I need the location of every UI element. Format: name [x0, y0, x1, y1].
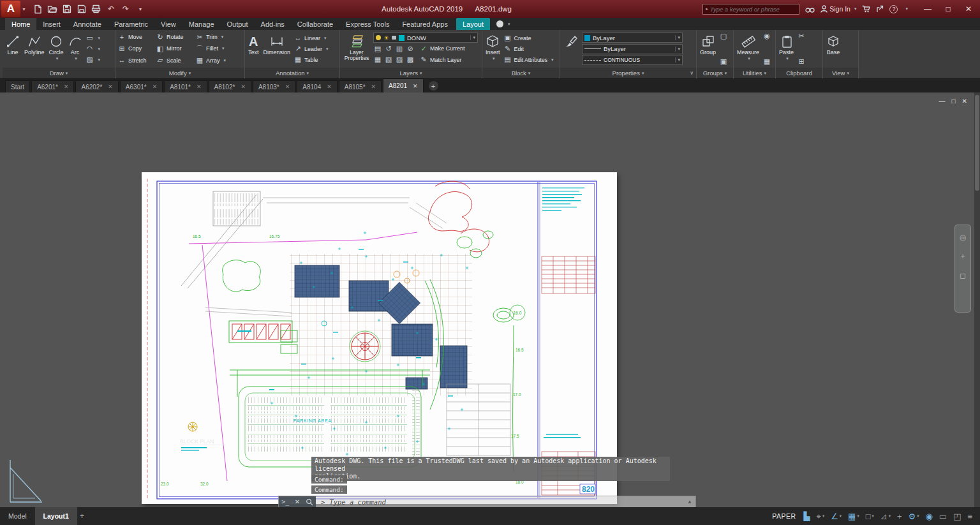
- tab-addins[interactable]: Add-ins: [255, 18, 291, 30]
- insert-button[interactable]: Insert ▾: [484, 31, 501, 66]
- arc-button[interactable]: Arc ▾: [67, 31, 84, 66]
- file-tab[interactable]: A8102*✕: [209, 80, 251, 92]
- view-panel-label[interactable]: View▾: [823, 68, 858, 78]
- undo-icon[interactable]: ↶: [106, 4, 116, 14]
- id-point-icon[interactable]: ◉: [762, 33, 771, 40]
- layer-unlock-icon[interactable]: ▨: [395, 56, 404, 63]
- file-tab-start[interactable]: Start: [5, 80, 30, 92]
- help-search-box[interactable]: ▸: [702, 4, 799, 15]
- file-tab[interactable]: A8104✕: [297, 80, 337, 92]
- close-tab-icon[interactable]: ✕: [108, 84, 113, 90]
- customize-command-icon[interactable]: >_: [281, 498, 289, 505]
- close-tab-icon[interactable]: ✕: [371, 84, 376, 90]
- mirror-button[interactable]: ◧Mirror: [156, 45, 195, 52]
- layer-isolate-icon[interactable]: ↺: [384, 45, 393, 52]
- edit-block-button[interactable]: ✎Edit: [503, 43, 554, 54]
- save-as-icon[interactable]: [77, 4, 87, 14]
- annotation-panel-label[interactable]: Annotation▾: [245, 68, 339, 78]
- layers-panel-label[interactable]: Layers▾: [340, 68, 482, 78]
- hatch-tool-button[interactable]: ▨▾: [85, 54, 101, 65]
- block-panel-label[interactable]: Block▾: [482, 68, 560, 78]
- tab-parametric[interactable]: Parametric: [108, 18, 154, 30]
- search-input[interactable]: [710, 6, 796, 13]
- ungroup-icon[interactable]: ▢: [719, 33, 728, 40]
- trim-button[interactable]: ✂Trim▾: [195, 34, 241, 41]
- zoom-extents-icon[interactable]: ◻: [960, 271, 966, 280]
- scale-button[interactable]: ▱Scale: [156, 57, 195, 64]
- match-properties-button[interactable]: [562, 31, 580, 66]
- match-layer-button[interactable]: ✎Match Layer: [419, 56, 462, 63]
- annotation-visibility-icon[interactable]: ▭: [939, 512, 947, 521]
- make-current-button[interactable]: ✓Make Current: [419, 45, 465, 52]
- table-button[interactable]: ▦Table: [293, 54, 329, 65]
- save-icon[interactable]: [62, 4, 72, 14]
- copy-clip-icon[interactable]: ⊞: [797, 58, 806, 65]
- search-binoculars-icon[interactable]: [805, 6, 815, 13]
- doc-restore-icon[interactable]: □: [952, 98, 956, 105]
- scrollbar-thumb[interactable]: [975, 95, 979, 191]
- array-button[interactable]: ▦Array▾: [195, 57, 241, 64]
- linear-dimension-button[interactable]: ↔Linear▾: [293, 33, 329, 43]
- dimension-button[interactable]: Dimension: [262, 31, 292, 66]
- navigation-bar[interactable]: ◎ + ◻: [954, 225, 971, 313]
- draw-panel-label[interactable]: Draw▾: [3, 68, 115, 78]
- fillet-button[interactable]: ⌒Fillet▾: [195, 45, 241, 52]
- edit-attributes-button[interactable]: ▤Edit Attributes▾: [503, 54, 554, 65]
- tab-collaborate[interactable]: Collaborate: [291, 18, 339, 30]
- move-button[interactable]: +Move: [117, 34, 156, 41]
- layer-freeze-icon[interactable]: ▥: [395, 45, 404, 52]
- grid-icon[interactable]: ▦▾: [848, 512, 859, 521]
- tab-home[interactable]: Home: [5, 18, 36, 30]
- layout-paper-sheet[interactable]: 820: [142, 172, 617, 504]
- paste-button[interactable]: Paste ▾: [778, 31, 795, 66]
- new-tab-button[interactable]: +: [429, 81, 438, 91]
- vertical-scrollbar[interactable]: [974, 92, 980, 507]
- file-tab[interactable]: A8101*✕: [164, 80, 207, 92]
- tab-insert[interactable]: Insert: [36, 18, 67, 30]
- cut-icon[interactable]: ✂: [797, 33, 806, 40]
- file-tab-active[interactable]: A8201✕: [383, 78, 423, 92]
- leader-button[interactable]: ↗Leader▾: [293, 43, 329, 54]
- linetype-dropdown[interactable]: CONTINUOUS ▾: [582, 55, 683, 65]
- app-menu-arrow-icon[interactable]: ▼: [22, 7, 26, 11]
- paper-space-icon[interactable]: ▙: [804, 512, 810, 521]
- copy-button[interactable]: ⊞Copy: [117, 45, 156, 52]
- rectangle-tool-button[interactable]: ▭▾: [85, 33, 101, 43]
- properties-dialog-launcher-icon[interactable]: ∨: [690, 70, 694, 76]
- close-tab-icon[interactable]: ✕: [285, 84, 290, 90]
- close-tab-icon[interactable]: ✕: [413, 83, 418, 89]
- doc-close-icon[interactable]: ✕: [962, 98, 967, 105]
- group-button[interactable]: Group: [699, 31, 717, 66]
- new-layout-icon[interactable]: +: [80, 512, 84, 521]
- file-tab[interactable]: A6201*✕: [31, 80, 74, 92]
- close-tab-icon[interactable]: ✕: [152, 84, 158, 90]
- group-edit-icon[interactable]: ▣: [719, 58, 728, 65]
- measure-button[interactable]: Measure ▾: [736, 31, 761, 66]
- groups-panel-label[interactable]: Groups▾: [697, 68, 733, 78]
- signin-menu[interactable]: Sign In ▾: [820, 5, 856, 13]
- isodraft-icon[interactable]: ⊿▾: [880, 512, 891, 521]
- close-tab-icon[interactable]: ✕: [241, 84, 246, 90]
- drawing-canvas[interactable]: — □ ✕: [0, 92, 980, 507]
- autocad-logo[interactable]: A: [1, 1, 20, 17]
- new-file-icon[interactable]: [33, 4, 43, 14]
- minimize-button[interactable]: —: [917, 0, 938, 18]
- tab-annotate[interactable]: Annotate: [67, 18, 108, 30]
- layer-properties-button[interactable]: Layer Properties: [342, 31, 371, 66]
- tab-manage[interactable]: Manage: [182, 18, 221, 30]
- command-line[interactable]: >_ ✕ > Type a command ▲: [278, 496, 696, 507]
- tab-express-tools[interactable]: Express Tools: [339, 18, 396, 30]
- doc-minimize-icon[interactable]: —: [939, 98, 946, 105]
- workspace-gear-icon[interactable]: ⚙▾: [909, 512, 919, 521]
- redo-icon[interactable]: ↷: [121, 4, 131, 14]
- model-tab[interactable]: Model: [0, 507, 35, 525]
- lineweight-dropdown[interactable]: ByLayer ▾: [582, 44, 683, 54]
- tab-view[interactable]: View: [154, 18, 182, 30]
- create-block-button[interactable]: ▣Create: [503, 33, 554, 43]
- text-button[interactable]: A Text: [247, 31, 260, 66]
- help-arrow-icon[interactable]: ▾: [905, 6, 908, 11]
- layer-state-icon[interactable]: ▤: [373, 45, 382, 52]
- circle-button[interactable]: Circle ▾: [48, 31, 65, 66]
- tab-output[interactable]: Output: [221, 18, 255, 30]
- object-snap-icon[interactable]: □▾: [866, 512, 874, 521]
